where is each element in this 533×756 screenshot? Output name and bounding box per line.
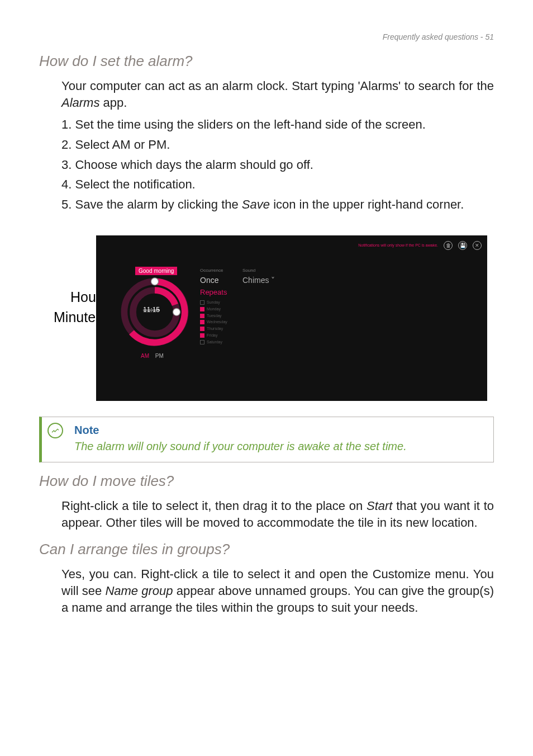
arrange-groups-text: Yes, you can. Right-click a tile to sele…: [61, 566, 494, 616]
start-italic: Start: [367, 499, 392, 513]
move-tiles-text: Right-click a tile to select it, then dr…: [61, 498, 494, 531]
notification-text: Notifications will only show if the PC i…: [358, 243, 438, 247]
day-friday[interactable]: Friday: [200, 332, 227, 339]
time-display: 11:15: [143, 306, 160, 314]
day-tuesday[interactable]: Tuesday: [200, 313, 227, 319]
occurrence-repeats[interactable]: Repeats: [200, 288, 227, 296]
step-number: 3.: [61, 158, 72, 172]
step-number: 2.: [61, 138, 72, 152]
alarm-steps: 1. Set the time using the sliders on the…: [61, 116, 494, 212]
occurrence-label: Occurrence: [200, 268, 223, 273]
text: Right-click a tile to select it, then dr…: [61, 499, 367, 513]
day-thursday[interactable]: Thursday: [200, 325, 227, 332]
note-title: Note: [74, 424, 486, 437]
text: app.: [99, 96, 127, 110]
day-label: Friday: [207, 332, 217, 339]
page: Frequently asked questions - 51 How do I…: [0, 0, 533, 644]
checkbox-icon[interactable]: [200, 307, 204, 311]
step-number: 5.: [61, 197, 72, 211]
note-box: Note The alarm will only sound if your c…: [39, 417, 494, 462]
text: Your computer can act as an alarm clock.…: [61, 79, 494, 93]
step-5: 5. Save the alarm by clicking the Save i…: [61, 196, 494, 213]
day-label: Sunday: [207, 299, 220, 306]
save-icon[interactable]: 💾: [458, 241, 467, 250]
day-label: Wednesday: [207, 319, 227, 325]
alarm-intro: Your computer can act as an alarm clock.…: [61, 78, 494, 111]
day-label: Thursday: [207, 325, 223, 332]
step-1: 1. Set the time using the sliders on the…: [61, 116, 494, 133]
am-option[interactable]: AM: [141, 353, 149, 359]
checkbox-icon[interactable]: [200, 333, 204, 338]
day-sunday[interactable]: Sunday: [200, 299, 227, 306]
step-text: Select the notification.: [75, 177, 195, 191]
app-name: Alarms: [61, 96, 99, 110]
heading-move-tiles: How do I move tiles?: [39, 472, 494, 490]
svg-point-3: [173, 308, 180, 315]
sound-dropdown[interactable]: Chimes ˅: [242, 276, 275, 285]
checkbox-icon[interactable]: [200, 327, 204, 331]
note-icon: [47, 423, 63, 438]
alarm-figure: Delete Save Hour Minutes Notifications w…: [46, 235, 487, 401]
alarms-app-screenshot: Notifications will only show if the PC i…: [96, 235, 487, 401]
step-text: icon in the upper right-hand corner.: [270, 197, 464, 211]
day-wednesday[interactable]: Wednesday: [200, 319, 227, 325]
checkbox-icon[interactable]: [200, 300, 204, 305]
page-header: Frequently asked questions - 51: [39, 32, 494, 41]
checkbox-icon[interactable]: [200, 314, 204, 318]
checkbox-icon[interactable]: [200, 320, 204, 324]
step-text: Set the time using the sliders on the le…: [75, 117, 425, 131]
heading-alarm: How do I set the alarm?: [39, 53, 494, 70]
day-label: Tuesday: [207, 313, 222, 319]
delete-icon[interactable]: 🗑: [444, 241, 453, 250]
save-italic: Save: [242, 197, 270, 211]
note-text: The alarm will only sound if your comput…: [74, 439, 486, 454]
step-text: Choose which days the alarm should go of…: [75, 158, 313, 172]
step-2: 2. Select AM or PM.: [61, 136, 494, 153]
alarm-name[interactable]: Good morning: [135, 267, 177, 275]
screenshot-top-bar: Notifications will only show if the PC i…: [358, 241, 482, 250]
close-icon[interactable]: ✕: [473, 241, 482, 250]
pm-option[interactable]: PM: [155, 353, 164, 359]
day-label: Monday: [207, 306, 221, 313]
day-monday[interactable]: Monday: [200, 306, 227, 313]
step-number: 4.: [61, 177, 72, 191]
ampm-toggle[interactable]: AM PM: [141, 353, 164, 359]
occurrence-once[interactable]: Once: [200, 276, 218, 285]
sound-label: Sound: [242, 268, 255, 273]
step-text: Select AM or PM.: [75, 138, 170, 152]
day-saturday[interactable]: Saturday: [200, 339, 227, 346]
step-3: 3. Choose which days the alarm should go…: [61, 157, 494, 173]
name-group-italic: Name group: [105, 584, 173, 598]
days-list: Sunday Monday Tuesday Wednesday Thursday…: [200, 299, 227, 346]
callout-minutes: Minutes: [54, 309, 103, 325]
checkbox-icon[interactable]: [200, 340, 204, 344]
svg-point-2: [151, 278, 159, 285]
step-4: 4. Select the notification.: [61, 176, 494, 193]
day-label: Saturday: [207, 339, 222, 346]
step-number: 1.: [61, 117, 72, 131]
heading-arrange-groups: Can I arrange tiles in groups?: [39, 541, 494, 558]
step-text: Save the alarm by clicking the: [75, 197, 241, 211]
